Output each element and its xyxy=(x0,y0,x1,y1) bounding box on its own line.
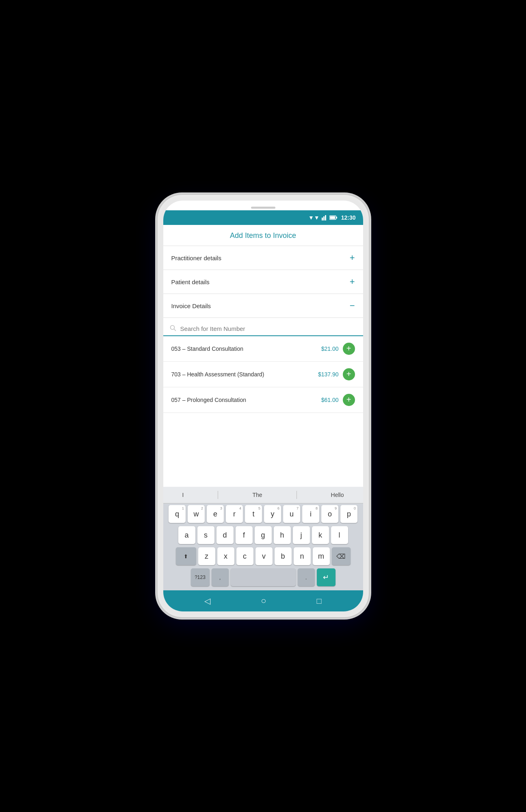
plus-icon-1: + xyxy=(346,370,351,378)
suggestion-1[interactable]: The xyxy=(248,491,266,499)
key-f[interactable]: f xyxy=(236,526,253,544)
key-h-char: h xyxy=(280,531,284,539)
main-content[interactable]: Practitioner details + Patient details +… xyxy=(163,246,363,487)
key-i-char: i xyxy=(310,510,312,518)
key-p-char: p xyxy=(347,510,351,518)
app-bar: Add Items to Invoice xyxy=(163,225,363,246)
svg-rect-2 xyxy=(325,215,326,220)
key-p[interactable]: 0 p xyxy=(340,505,357,523)
key-g-char: g xyxy=(261,531,265,539)
key-v[interactable]: v xyxy=(255,547,273,565)
key-d-char: d xyxy=(223,531,227,539)
wifi-icon: ▼▼ xyxy=(308,214,320,221)
key-f-char: f xyxy=(243,531,245,539)
key-x[interactable]: x xyxy=(217,547,234,565)
accordion-invoice[interactable]: Invoice Details − xyxy=(163,294,363,318)
key-s[interactable]: s xyxy=(197,526,214,544)
item-right-1: $137.90 + xyxy=(318,368,355,380)
key-q[interactable]: 1 q xyxy=(169,505,186,523)
key-a-char: a xyxy=(184,531,188,539)
key-i[interactable]: 8 i xyxy=(302,505,319,523)
key-o-num: 9 xyxy=(335,506,337,510)
nav-home-icon[interactable]: ○ xyxy=(261,596,266,606)
item-price-0: $21.00 xyxy=(321,346,339,352)
key-c[interactable]: c xyxy=(236,547,253,565)
key-m[interactable]: m xyxy=(313,547,330,565)
period-label: . xyxy=(305,574,307,581)
key-u[interactable]: 7 u xyxy=(283,505,300,523)
key-l[interactable]: l xyxy=(331,526,348,544)
key-o[interactable]: 9 o xyxy=(321,505,338,523)
key-o-char: o xyxy=(328,510,332,518)
key-n[interactable]: n xyxy=(294,547,311,565)
notch xyxy=(251,207,275,209)
item-name-1: 703 – Health Assessment (Standard) xyxy=(171,371,264,378)
accordion-practitioner-label: Practitioner details xyxy=(171,255,221,261)
keyboard: I The Hello 1 q 2 w xyxy=(163,487,363,590)
key-u-num: 7 xyxy=(297,506,299,510)
key-k[interactable]: k xyxy=(312,526,329,544)
key-e-char: e xyxy=(213,510,217,518)
add-item-button-0[interactable]: + xyxy=(343,343,355,355)
search-input[interactable] xyxy=(180,322,357,335)
shift-key[interactable]: ⬆ xyxy=(176,547,196,565)
status-icons: ▼▼ 12:30 xyxy=(308,214,356,221)
suggestion-0[interactable]: I xyxy=(178,491,188,499)
key-row-3: ⬆ z x c v b n m ⌫ xyxy=(165,547,361,565)
key-w[interactable]: 2 w xyxy=(188,505,205,523)
key-q-char: q xyxy=(175,510,179,518)
comma-label: , xyxy=(219,574,221,581)
key-a[interactable]: a xyxy=(178,526,195,544)
key-z[interactable]: z xyxy=(198,547,215,565)
key-r[interactable]: 4 r xyxy=(226,505,243,523)
accordion-practitioner[interactable]: Practitioner details + xyxy=(163,246,363,270)
key-c-char: c xyxy=(243,553,247,560)
key-g[interactable]: g xyxy=(255,526,272,544)
space-key[interactable] xyxy=(231,568,296,586)
svg-rect-1 xyxy=(323,216,325,220)
enter-key[interactable]: ↵ xyxy=(317,568,336,586)
key-j[interactable]: j xyxy=(293,526,310,544)
nav-recent-icon[interactable]: □ xyxy=(316,596,321,606)
key-e-num: 3 xyxy=(220,506,222,510)
accordion-practitioner-icon: + xyxy=(350,253,355,262)
search-container[interactable] xyxy=(163,318,363,336)
key-p-num: 0 xyxy=(354,506,356,510)
key-m-char: m xyxy=(318,553,324,560)
item-name-2: 057 – Prolonged Consultation xyxy=(171,397,246,403)
phone-frame: ▼▼ 12:30 Add Items to Invoice xyxy=(158,195,369,617)
key-t[interactable]: 5 t xyxy=(245,505,262,523)
key-w-char: w xyxy=(194,510,199,518)
period-key[interactable]: . xyxy=(298,568,315,586)
key-v-char: v xyxy=(262,553,266,560)
add-item-button-1[interactable]: + xyxy=(343,368,355,380)
suggestion-2[interactable]: Hello xyxy=(327,491,348,499)
key-j-char: j xyxy=(301,531,302,539)
nav-bar: ◁ ○ □ xyxy=(163,590,363,611)
comma-key[interactable]: , xyxy=(212,568,229,586)
key-y[interactable]: 6 y xyxy=(264,505,281,523)
key-z-char: z xyxy=(205,553,208,560)
add-item-button-2[interactable]: + xyxy=(343,394,355,406)
keyboard-rows: 1 q 2 w 3 e 4 r xyxy=(163,503,363,590)
key-t-char: t xyxy=(252,510,254,518)
item-right-0: $21.00 + xyxy=(321,343,355,355)
phone-screen: ▼▼ 12:30 Add Items to Invoice xyxy=(163,201,363,611)
accordion-patient-label: Patient details xyxy=(171,279,210,285)
backspace-icon: ⌫ xyxy=(336,553,346,560)
key-e[interactable]: 3 e xyxy=(207,505,224,523)
backspace-key[interactable]: ⌫ xyxy=(332,547,351,565)
key-b[interactable]: b xyxy=(275,547,292,565)
accordion-patient[interactable]: Patient details + xyxy=(163,270,363,294)
status-bar: ▼▼ 12:30 xyxy=(163,210,363,225)
key-b-char: b xyxy=(281,553,285,560)
key-row-2: a s d f g h j k l xyxy=(165,526,361,544)
nav-back-icon[interactable]: ◁ xyxy=(204,596,210,606)
key-u-char: u xyxy=(290,510,294,518)
key-d[interactable]: d xyxy=(216,526,234,544)
search-icon xyxy=(170,325,176,333)
suggestion-divider xyxy=(218,491,218,499)
numbers-key[interactable]: ?123 xyxy=(191,568,210,586)
key-h[interactable]: h xyxy=(274,526,291,544)
key-r-num: 4 xyxy=(239,506,241,510)
